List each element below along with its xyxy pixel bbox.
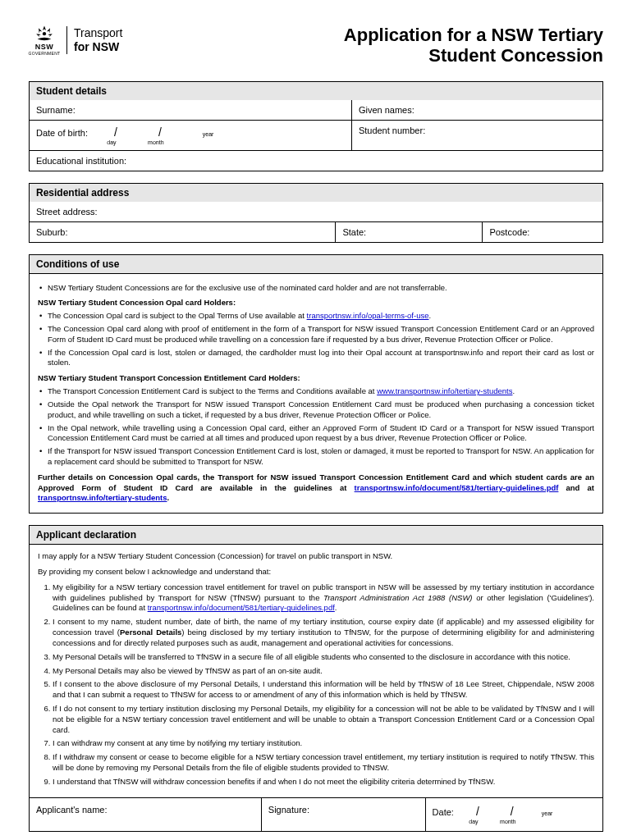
decl-item: My Personal Details will be transferred …: [53, 652, 594, 663]
cond-item: The Transport Concession Entitlement Car…: [38, 386, 594, 397]
student-number-field[interactable]: Student number:: [352, 121, 602, 150]
given-names-field[interactable]: Given names:: [352, 100, 602, 120]
cond-item: If the Transport for NSW issued Transpor…: [38, 446, 594, 468]
guidelines-pdf-link[interactable]: transportnsw.info/document/581/tertiary-…: [355, 483, 559, 492]
student-details-header: Student details: [29, 81, 603, 100]
decl-item: I consent to my name, student number, da…: [53, 617, 594, 648]
address-table: Street address: Suburb: State: Postcode:: [29, 202, 603, 243]
conditions-header: Conditions of use: [29, 254, 603, 274]
guidelines-link[interactable]: transportnsw.info/document/581/tertiary-…: [148, 603, 335, 612]
title-line1: Application for a NSW Tertiary: [344, 25, 603, 45]
cond-item: The Concession Opal card is subject to t…: [38, 311, 594, 322]
decl-ack: By providing my consent below I acknowle…: [38, 567, 594, 578]
conditions-box: NSW Tertiary Student Concessions are for…: [29, 274, 603, 514]
page-title: Application for a NSW Tertiary Student C…: [344, 25, 603, 66]
date-field[interactable]: Date: /day /month year: [426, 798, 602, 831]
waratah-icon: [33, 25, 56, 42]
street-field[interactable]: Street address:: [30, 202, 602, 221]
declaration-box: I may apply for a NSW Tertiary Student C…: [29, 545, 603, 797]
institution-field[interactable]: Educational institution:: [30, 151, 602, 171]
tertiary-students-link2[interactable]: transportnsw.info/tertiary-students: [38, 493, 167, 502]
cond-item: In the Opal network, while travelling us…: [38, 423, 594, 445]
decl-item: I can withdraw my consent at any time by…: [53, 738, 594, 749]
surname-field[interactable]: Surname:: [30, 100, 352, 120]
decl-item: My Personal Details may also be viewed b…: [53, 666, 594, 677]
opal-terms-link[interactable]: transportnsw.info/opal-terms-of-use: [307, 311, 429, 320]
logo-separator: [66, 26, 67, 54]
decl-item: If I withdraw my consent or cease to bec…: [53, 752, 594, 774]
org-line2: for NSW: [74, 40, 122, 54]
gov-text: GOVERNMENT: [29, 51, 61, 56]
declaration-header: Applicant declaration: [29, 525, 603, 545]
student-details-table: Surname: Given names: Date of birth: /da…: [29, 100, 603, 171]
dob-field[interactable]: Date of birth: /day /month year: [30, 121, 352, 150]
decl-item: My eligibility for a NSW tertiary conces…: [53, 582, 594, 614]
tertiary-students-link[interactable]: www.transportnsw.info/tertiary-students: [377, 386, 512, 395]
signature-field[interactable]: Signature:: [262, 798, 426, 831]
decl-intro: I may apply for a NSW Tertiary Student C…: [38, 551, 594, 562]
postcode-field[interactable]: Postcode:: [483, 222, 602, 242]
org-name: Transport for NSW: [74, 26, 122, 54]
cond-item: If the Concession Opal card is lost, sto…: [38, 348, 594, 369]
cond-further: Further details on Concession Opal cards…: [38, 472, 594, 504]
page: NSW GOVERNMENT Transport for NSW Applica…: [0, 0, 632, 840]
svg-point-0: [43, 32, 46, 35]
nsw-text: NSW: [35, 43, 54, 51]
cond-intro: NSW Tertiary Student Concessions are for…: [38, 283, 594, 294]
cond-item: Outside the Opal network the Transport f…: [38, 399, 594, 421]
applicant-name-field[interactable]: Applicant's name:: [30, 798, 262, 831]
cond-item: The Concession Opal card along with proo…: [38, 324, 594, 345]
logo-block: NSW GOVERNMENT Transport for NSW: [29, 25, 122, 56]
nsw-logo-icon: NSW GOVERNMENT: [29, 25, 60, 56]
address-header: Residential address: [29, 183, 603, 202]
suburb-field[interactable]: Suburb:: [30, 222, 336, 242]
state-field[interactable]: State:: [336, 222, 483, 242]
header: NSW GOVERNMENT Transport for NSW Applica…: [29, 25, 603, 66]
signature-row: Applicant's name: Signature: Date: /day …: [29, 798, 603, 832]
decl-item: If I consent to the above disclosure of …: [53, 679, 594, 701]
cond-sub1: NSW Tertiary Student Concession Opal car…: [38, 298, 594, 308]
title-line2: Student Concession: [344, 45, 603, 66]
decl-item: If I do not consent to my tertiary insti…: [53, 704, 594, 735]
decl-item: I understand that TfNSW will withdraw co…: [53, 777, 594, 788]
cond-sub2: NSW Tertiary Student Transport Concessio…: [38, 373, 594, 384]
org-line1: Transport: [74, 26, 122, 40]
